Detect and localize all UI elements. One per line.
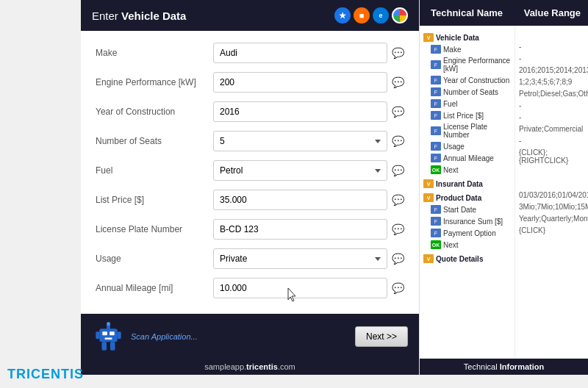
browser-icons: ★ ■ e xyxy=(334,7,408,24)
comment-icon-plate[interactable]: 💬 xyxy=(392,223,404,235)
next1-icon: OK xyxy=(431,165,441,174)
panel-footer: Scan Application... Next >> xyxy=(81,314,419,359)
url-suffix: .com xyxy=(278,362,295,371)
title-bold: Vehicle Data xyxy=(121,10,186,22)
tech-item-next1: OK Next xyxy=(423,164,511,176)
label-seats: Number of Seats xyxy=(96,136,213,146)
scan-label: Scan Application xyxy=(131,332,191,341)
comment-icon-year[interactable]: 💬 xyxy=(392,106,404,118)
browser-icon-firefox[interactable]: ■ xyxy=(354,7,370,24)
select-fuel[interactable]: Petrol Diesel Gas Other xyxy=(213,160,387,181)
fuel-icon: F xyxy=(431,99,441,108)
tech-content: V Vehicle Data F Make F Engine Performan… xyxy=(420,26,588,359)
year-icon: F xyxy=(431,76,441,85)
input-make[interactable] xyxy=(213,43,387,63)
usage-label: Usage xyxy=(443,143,465,151)
tech-item-listprice: F List Price [$] xyxy=(423,109,511,121)
input-wrapper-price: 💬 xyxy=(213,190,404,210)
tech-item-quote: V Quote Details xyxy=(423,253,511,265)
label-year: Year of Construction xyxy=(96,107,213,117)
browser-icon-chrome[interactable] xyxy=(392,7,408,24)
product-label: Product Data xyxy=(436,194,481,202)
val-startdate: 01/03/2016;01/04/2016 xyxy=(519,190,584,201)
comment-icon-mileage[interactable]: 💬 xyxy=(392,282,404,294)
input-price[interactable] xyxy=(213,190,387,210)
input-wrapper-engine: 💬 xyxy=(213,72,404,93)
comment-icon-usage[interactable]: 💬 xyxy=(392,253,404,265)
tech-item-product: V Product Data xyxy=(423,192,511,204)
year-label: Year of Construction xyxy=(443,76,509,85)
tech-name-bold: Name xyxy=(477,7,503,18)
inssum-icon: F xyxy=(431,217,441,226)
tech-item-vehicle-data: V Vehicle Data xyxy=(423,32,511,43)
svg-rect-0 xyxy=(99,328,118,342)
input-plate[interactable] xyxy=(213,219,387,240)
input-wrapper-seats: 5 1 2 3 4 6 7 8 9 💬 xyxy=(213,131,404,151)
tech-item-year: F Year of Construction xyxy=(423,74,511,86)
seats-icon: F xyxy=(431,87,441,96)
form-row-usage: Usage Private Commercial 💬 xyxy=(96,244,404,273)
label-price: List Price [$] xyxy=(96,195,213,205)
browser-icon-star[interactable]: ★ xyxy=(334,7,351,24)
val-next2: {CLICK} xyxy=(519,225,584,237)
tech-item-engine: F Engine Performance [kW] xyxy=(423,55,511,74)
value-range-normal: Value Range xyxy=(524,7,581,18)
browser-icon-ie[interactable]: e xyxy=(373,7,389,24)
input-wrapper-plate: 💬 xyxy=(213,219,404,240)
label-mileage: Annual Mileage [mi] xyxy=(96,283,213,293)
comment-icon-make[interactable]: 💬 xyxy=(392,47,404,59)
svg-rect-6 xyxy=(96,331,99,339)
form-row-plate: License Plate Number 💬 xyxy=(96,215,404,244)
url-prefix: sampleapp. xyxy=(204,362,246,371)
comment-icon-engine[interactable]: 💬 xyxy=(392,76,404,88)
val-plate: - xyxy=(519,112,584,123)
input-wrapper-usage: Private Commercial 💬 xyxy=(213,248,404,269)
val-vehicle xyxy=(519,29,584,41)
tech-item-fuel: F Fuel xyxy=(423,98,511,109)
input-engine[interactable] xyxy=(213,72,387,93)
val-seats: 1;2;3;4;5;6;7;8;9 xyxy=(519,76,584,88)
header-name: Technical Name xyxy=(427,7,507,18)
form-row-fuel: Fuel Petrol Diesel Gas Other 💬 xyxy=(96,156,404,185)
input-wrapper-make: 💬 xyxy=(213,43,404,63)
svg-rect-2 xyxy=(110,331,115,335)
svg-rect-3 xyxy=(105,338,112,340)
vehicle-form: Make 💬 Engine Performance [kW] 💬 Year of… xyxy=(81,31,419,314)
tech-item-next2: OK Next xyxy=(423,239,511,251)
next-button[interactable]: Next >> xyxy=(355,326,408,347)
val-engine: - xyxy=(519,53,584,65)
make-icon: F xyxy=(431,45,441,54)
val-year: 2016;2015;2014;2013 xyxy=(519,65,584,76)
select-seats[interactable]: 5 1 2 3 4 6 7 8 9 xyxy=(213,131,387,151)
input-wrapper-year: 💬 xyxy=(213,101,404,122)
payment-label: Payment Option xyxy=(443,229,496,237)
select-usage[interactable]: Private Commercial xyxy=(213,248,387,269)
input-year[interactable] xyxy=(213,101,387,122)
form-row-make: Make 💬 xyxy=(96,38,404,68)
panel-title: Enter Vehicle Data xyxy=(92,10,186,22)
left-panel: Enter Vehicle Data ★ ■ e Make 💬 Engine xyxy=(81,0,419,375)
payment-icon: F xyxy=(431,229,441,237)
comment-icon-fuel[interactable]: 💬 xyxy=(392,165,404,176)
input-wrapper-fuel: Petrol Diesel Gas Other 💬 xyxy=(213,160,404,181)
comment-icon-price[interactable]: 💬 xyxy=(392,194,404,206)
plate-label: License Plate Number xyxy=(443,123,511,139)
tech-info-normal: Technical xyxy=(464,362,500,371)
val-usage: Private;Commercial xyxy=(519,123,584,135)
svg-rect-9 xyxy=(110,342,115,350)
vehicle-data-icon: V xyxy=(423,33,434,42)
comment-icon-seats[interactable]: 💬 xyxy=(392,135,404,147)
vehicle-data-label: Vehicle Data xyxy=(436,34,479,42)
form-row-mileage: Annual Mileage [mi] 💬 xyxy=(96,273,404,303)
svg-rect-1 xyxy=(102,331,107,335)
right-panel-header: Technical Name Value Range xyxy=(420,0,588,26)
right-panel-footer: Technical Information xyxy=(420,359,588,375)
svg-rect-7 xyxy=(118,331,121,339)
make-label: Make xyxy=(443,46,461,54)
tech-name-normal: Technical xyxy=(431,7,477,18)
input-mileage[interactable] xyxy=(213,278,387,298)
val-inssum: 3Mio;7Mio;10Mio;15Mio xyxy=(519,201,584,213)
scan-text: Scan Application... xyxy=(131,332,198,341)
mileage-icon: F xyxy=(431,154,441,162)
inssum-label: Insurance Sum [$] xyxy=(443,218,503,226)
